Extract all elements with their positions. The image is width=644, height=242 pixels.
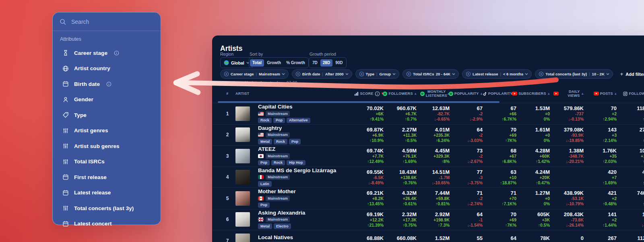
value: 73 bbox=[453, 148, 483, 154]
filter-chip-birth-date[interactable]: Birth date|After 2000 bbox=[292, 69, 352, 79]
artist-cell: ATEEZMainstreamPopRockHip Hop bbox=[254, 146, 350, 165]
col-header-label: ARTIST bbox=[235, 92, 249, 96]
change: -2 bbox=[453, 133, 483, 138]
sidebar-item-type[interactable]: Type bbox=[53, 107, 161, 123]
hourglass-icon bbox=[62, 50, 69, 56]
artist-photo bbox=[235, 212, 250, 227]
flag-mx-icon bbox=[258, 175, 264, 179]
period-option-28d[interactable]: 28D bbox=[320, 59, 332, 67]
artist-row-daughtry[interactable]: 2DaughtryMainstreamMetalRockPop69.87K+6.… bbox=[212, 124, 644, 146]
sidebar-item-label: Gender bbox=[74, 96, 93, 102]
remove-icon[interactable] bbox=[295, 71, 301, 77]
col-header-rank: # bbox=[219, 92, 235, 96]
search-input[interactable]: Search bbox=[53, 13, 161, 31]
filter-attributes-panel: Search Attributes Career stageArtist cou… bbox=[52, 12, 161, 225]
sidebar-item-total-concerts-last-3y[interactable]: Total concerts (last 3y) bbox=[53, 200, 161, 216]
add-filters-button-label: Add filters bbox=[625, 72, 644, 77]
sidebar-item-latest-concert[interactable]: Latest concert bbox=[53, 216, 161, 232]
cell-subs: 78K+0 bbox=[520, 235, 553, 242]
change: -2 bbox=[453, 196, 483, 201]
artist-name[interactable]: Capital Cities bbox=[258, 104, 350, 110]
horizontal-scrollbar[interactable] bbox=[218, 101, 500, 103]
percent-change: ↓-26.14% bbox=[553, 223, 584, 228]
sidebar-item-artist-country[interactable]: Artist country bbox=[53, 61, 161, 77]
sidebar-item-career-stage[interactable]: Career stage bbox=[53, 45, 161, 61]
artist-name[interactable]: Banda MS de Sergio Lizárraga bbox=[258, 168, 350, 173]
artist-row-capital-cities[interactable]: 1Capital CitiesMainstreamRockPopAlternat… bbox=[212, 103, 644, 124]
artist-cell: Asking AlexandriaMainstreamMetalElectro bbox=[254, 210, 350, 229]
cell-pop_sp: 55-1 bbox=[453, 235, 486, 242]
sidebar-item-total-isrcs[interactable]: Total ISRCs bbox=[53, 154, 161, 170]
artist-name[interactable]: Asking Alexandria bbox=[258, 210, 350, 216]
value: 4.24M bbox=[520, 169, 550, 175]
col-header-posts[interactable]: POSTS▲ bbox=[587, 92, 620, 96]
sliders-icon bbox=[62, 127, 69, 134]
sort-option-total[interactable]: Total bbox=[250, 59, 264, 67]
remove-icon[interactable] bbox=[539, 71, 544, 77]
value: 660.08K bbox=[387, 235, 417, 241]
region-dropdown[interactable]: Global bbox=[220, 57, 253, 68]
add-filters-button[interactable]: +Add filters bbox=[620, 71, 644, 77]
period-option-7d[interactable]: 7D bbox=[310, 59, 320, 67]
value: 2.27M bbox=[387, 127, 417, 133]
artist-name[interactable]: Local Natives bbox=[258, 235, 350, 240]
percent-change: ↑7.1K% bbox=[486, 201, 516, 207]
sort-option-growth[interactable]: % Growth bbox=[284, 59, 308, 67]
filter-chip-label: Total ISRCs bbox=[413, 72, 434, 76]
sidebar-item-first-release[interactable]: First release bbox=[53, 169, 161, 185]
col-header-score[interactable]: SCORE▼ bbox=[350, 91, 387, 96]
period-option-90d[interactable]: 90D bbox=[333, 59, 345, 67]
value: 67 bbox=[453, 105, 483, 111]
chevron-down-icon bbox=[392, 73, 396, 75]
filter-chip-type[interactable]: Type|Group bbox=[355, 69, 399, 79]
artist-row-asking-alexandria[interactable]: 6Asking AlexandriaMainstreamMetalElectro… bbox=[212, 209, 644, 230]
info-icon[interactable] bbox=[114, 50, 119, 56]
remove-icon[interactable] bbox=[359, 71, 364, 77]
artist-name[interactable]: Daughtry bbox=[258, 125, 350, 131]
value: 4.59M bbox=[387, 148, 417, 154]
col-header-followers_sp[interactable]: FOLLOWERS▲ bbox=[387, 92, 420, 96]
info-icon[interactable] bbox=[375, 91, 380, 96]
filter-chip-latest-release[interactable]: Latest release|< 6 months bbox=[462, 69, 532, 79]
col-header-followers_ig[interactable]: FOLLOWERS▲ bbox=[620, 92, 644, 96]
percent-change: ↑0.47% bbox=[520, 180, 550, 186]
value: 579.86K bbox=[553, 105, 584, 111]
filter-chip-total-isrcs[interactable]: Total ISRCs20 - 64K bbox=[402, 69, 459, 79]
change: +20K bbox=[520, 175, 550, 180]
sidebar-item-artist-genres[interactable]: Artist genres bbox=[53, 123, 161, 139]
filter-chip-total-concerts-last-3y[interactable]: Total concerts (last 3y)|10 - 2K bbox=[535, 69, 613, 79]
cell-pop_tt: 71+70↑7.1K% bbox=[486, 190, 520, 207]
change: +67 bbox=[486, 154, 516, 159]
col-header-monthly[interactable]: MONTHLY LISTENERS▲ bbox=[420, 90, 453, 98]
remove-icon[interactable] bbox=[406, 71, 411, 77]
cell-followers_sp: 4.32M+26.4K↑0.61% bbox=[387, 190, 420, 207]
value: 10.24M bbox=[620, 148, 644, 154]
percent-change: ↓-2.9% bbox=[453, 117, 483, 122]
artist-row-banda-ms-de-sergio-liz-rraga[interactable]: 4Banda MS de Sergio LizárragaMainstreamL… bbox=[212, 167, 644, 188]
col-header-daily[interactable]: DAILY VIEWS▲ bbox=[553, 90, 587, 98]
change: +0 bbox=[520, 111, 550, 117]
table-header-row: #ARTISTSCORE▼FOLLOWERS▲MONTHLY LISTENERS… bbox=[212, 87, 644, 100]
value: 420 bbox=[587, 169, 617, 175]
col-header-pop_sp[interactable]: POPULARITY▲ bbox=[453, 92, 486, 96]
sidebar-item-birth-date[interactable]: Birth date bbox=[53, 76, 161, 92]
sidebar-item-latest-release[interactable]: Latest release bbox=[53, 185, 161, 201]
artist-name[interactable]: Mother Mother bbox=[258, 189, 350, 194]
remove-icon[interactable] bbox=[466, 71, 471, 77]
youtube-icon bbox=[594, 92, 599, 96]
artist-row-ateez[interactable]: 3ATEEZMainstreamPopRockHip Hop69.74K+7.7… bbox=[212, 145, 644, 167]
cell-subs: 1.27M+00% bbox=[520, 190, 553, 207]
col-header-subs[interactable]: SUBSCRIBERS▲ bbox=[520, 92, 553, 96]
sort-option-growth[interactable]: Growth bbox=[264, 59, 283, 67]
remove-icon[interactable] bbox=[224, 71, 229, 77]
artist-row-local-natives[interactable]: 7Local NativesMainstream68.88K+4.1K660.0… bbox=[212, 230, 644, 242]
sidebar-item-artist-sub-genres[interactable]: Artist sub genres bbox=[53, 138, 161, 154]
value: 69.19K bbox=[350, 211, 384, 217]
flag-kr-icon bbox=[258, 154, 264, 158]
artist-name[interactable]: ATEEZ bbox=[258, 146, 350, 152]
artist-row-mother-mother[interactable]: 5Mother MotherMainstreamPop69.21K+8.2K↑1… bbox=[212, 188, 644, 209]
sidebar-item-gender[interactable]: Gender bbox=[53, 92, 161, 108]
filter-chip-career-stage[interactable]: Career stage|Mainstream bbox=[220, 69, 289, 79]
sidebar-item-label: Career stage bbox=[74, 50, 107, 56]
info-icon[interactable] bbox=[106, 81, 111, 87]
